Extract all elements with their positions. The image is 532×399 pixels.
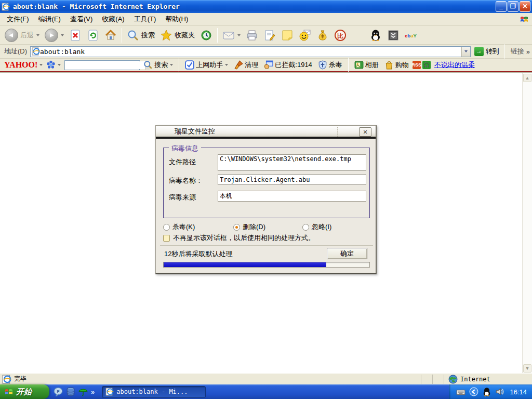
shopping-button[interactable]: 购物 xyxy=(382,59,411,71)
menu-edit[interactable]: 编辑(E) xyxy=(34,13,65,25)
ebay-button[interactable]: ebaY xyxy=(402,27,420,44)
radio-icon xyxy=(233,224,240,231)
dialog-title-divider xyxy=(337,127,338,137)
system-tray: 16:14 xyxy=(449,384,532,399)
radio-ignore[interactable]: 忽略(I) xyxy=(302,222,331,232)
album-button[interactable]: 相册 xyxy=(352,59,381,71)
page-content: ▲ ▼ 瑞星文件监控 ✕ 病毒信 xyxy=(0,72,532,373)
virus-info-groupbox: 病毒信息 文件路径 病毒名称： 病毒来源 xyxy=(163,148,370,218)
headphones-icon[interactable]: 🎧 xyxy=(422,61,431,69)
status-text: 完毕 xyxy=(14,375,26,383)
restore-button[interactable]: ❐ xyxy=(508,1,518,12)
qq-button[interactable] xyxy=(367,27,384,44)
taskbar-task-button[interactable]: about:blank - Mi... xyxy=(102,386,206,398)
antivirus-button[interactable]: 杀毒 xyxy=(316,59,344,71)
clock: 16:14 xyxy=(510,388,527,396)
download-manager-button[interactable] xyxy=(384,27,402,44)
history-icon xyxy=(200,29,212,42)
menu-view[interactable]: 查看(V) xyxy=(65,13,97,25)
standard-toolbar: 后退 搜索 收藏夹 xyxy=(0,26,532,45)
favorites-button[interactable]: 收藏夹 xyxy=(157,27,197,44)
countdown-progressbar xyxy=(163,262,370,268)
links-overflow-chevron[interactable]: » xyxy=(526,48,530,56)
menu-bar: 文件(F) 编辑(E) 查看(V) 收藏(A) 工具(T) 帮助(H) xyxy=(0,13,532,26)
menu-help[interactable]: 帮助(H) xyxy=(161,13,193,25)
download-box-icon xyxy=(387,29,400,42)
status-bar: 完毕 Internet xyxy=(0,373,532,384)
history-button[interactable] xyxy=(197,27,215,44)
quicklaunch-overflow-chevron[interactable]: » xyxy=(91,388,95,396)
stop-button[interactable] xyxy=(66,27,84,44)
menu-file[interactable]: 文件(F) xyxy=(2,13,34,25)
notes-button[interactable] xyxy=(278,27,296,44)
scroll-up-button[interactable]: ▲ xyxy=(523,74,531,82)
dialog-close-button[interactable]: ✕ xyxy=(359,127,371,137)
print-icon xyxy=(246,29,258,42)
address-dropdown-button[interactable] xyxy=(461,47,470,57)
go-button[interactable]: → 转到 xyxy=(473,46,502,57)
home-icon xyxy=(104,29,117,42)
messenger-bubble-icon[interactable]: P xyxy=(54,387,63,396)
virus-name-field[interactable] xyxy=(218,174,366,185)
forward-button[interactable] xyxy=(42,27,66,44)
file-path-field[interactable] xyxy=(218,154,366,171)
refresh-button[interactable] xyxy=(84,27,102,44)
minimize-button[interactable]: _ xyxy=(496,1,507,12)
yahoo-dropdown-icon[interactable] xyxy=(39,64,43,66)
back-button[interactable]: 后退 xyxy=(2,27,42,44)
umbrella-icon[interactable] xyxy=(78,387,88,396)
yahoo-logo[interactable]: YAHOO! xyxy=(4,60,37,70)
music-link[interactable]: 不说出的温柔 xyxy=(434,60,475,70)
popup-blocker-button[interactable]: 已拦截:1914 xyxy=(262,59,314,71)
edit-button[interactable] xyxy=(261,27,278,44)
scroll-down-button[interactable]: ▼ xyxy=(523,364,531,373)
print-button[interactable] xyxy=(243,27,261,44)
svg-text:ebaY: ebaY xyxy=(405,33,417,38)
radio-icon xyxy=(302,224,309,231)
brush-icon xyxy=(234,60,243,70)
mail-icon xyxy=(222,29,235,42)
back-dropdown-icon xyxy=(36,34,39,36)
file-path-label: 文件路径 xyxy=(169,157,196,167)
dont-show-checkbox-row[interactable]: 不再显示该对话框，以后使用相同的处理方式。 xyxy=(163,233,315,243)
radio-delete[interactable]: 删除(D) xyxy=(233,222,302,232)
money-button[interactable] xyxy=(314,27,331,44)
start-button[interactable]: 开始 xyxy=(0,384,49,399)
volume-icon[interactable] xyxy=(495,387,504,396)
compare-button[interactable]: 比 xyxy=(331,27,349,44)
menu-tools[interactable]: 工具(T) xyxy=(129,13,161,25)
hide-icons-chevron[interactable] xyxy=(469,387,478,396)
vertical-scrollbar[interactable]: ▲ ▼ xyxy=(522,73,532,374)
yahoo-separator xyxy=(348,58,349,72)
close-button[interactable]: ✕ xyxy=(520,1,530,12)
keyboard-icon[interactable] xyxy=(456,387,466,396)
tray-qq-icon[interactable] xyxy=(482,387,491,396)
yahoo-separator xyxy=(179,58,179,72)
address-input[interactable] xyxy=(40,47,461,56)
mail-button[interactable] xyxy=(220,27,243,44)
yahoo-search-button[interactable]: 搜索 xyxy=(141,59,175,71)
yahoo-toolbar: YAHOO! 搜索 上网助手 清理 已拦截:1914 杀毒 xyxy=(0,59,532,72)
home-button[interactable] xyxy=(102,27,119,44)
radio-kill[interactable]: 杀毒(K) xyxy=(163,222,233,232)
flower-button[interactable] xyxy=(44,59,63,71)
messenger-button[interactable] xyxy=(296,27,314,44)
album-icon xyxy=(354,60,364,70)
assistant-button[interactable]: 上网助手 xyxy=(183,59,230,71)
window-title: about:blank - Microsoft Internet Explore… xyxy=(13,3,495,10)
search-button[interactable]: 搜索 xyxy=(124,27,157,44)
menu-favorites[interactable]: 收藏(A) xyxy=(97,13,129,25)
rss-icon[interactable]: RSS xyxy=(413,61,421,69)
edit-icon xyxy=(263,29,276,42)
star-icon xyxy=(160,29,172,42)
mail-dropdown-icon xyxy=(237,34,241,36)
links-label[interactable]: 链接 xyxy=(511,47,524,56)
ok-button[interactable]: 确定 xyxy=(327,248,367,259)
done-page-icon xyxy=(2,375,11,384)
dialog-title-bar[interactable]: 瑞星文件监控 ✕ xyxy=(156,126,376,139)
yahoo-search-input[interactable] xyxy=(65,61,145,69)
virus-source-field[interactable] xyxy=(218,191,366,202)
action-radio-group: 杀毒(K) 删除(D) 忽略(I) xyxy=(163,222,370,232)
database-icon[interactable] xyxy=(66,387,75,396)
clean-button[interactable]: 清理 xyxy=(232,59,260,71)
